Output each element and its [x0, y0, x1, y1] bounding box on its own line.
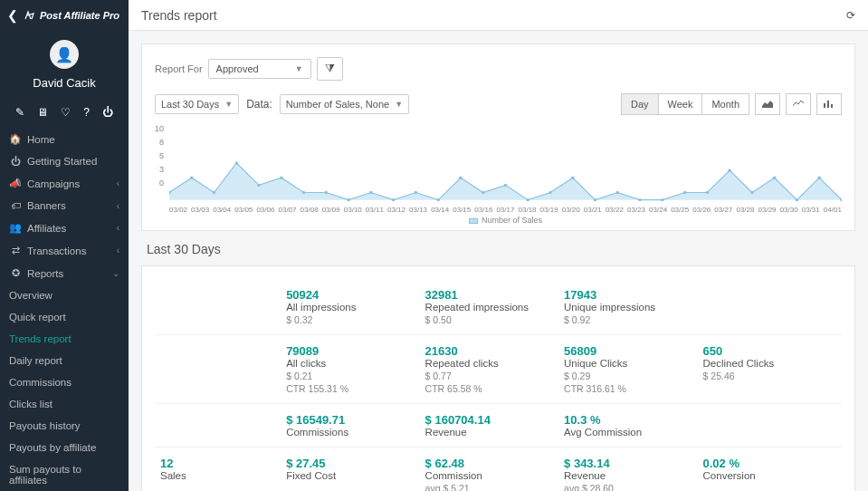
metric-label: All clicks	[286, 358, 415, 369]
metric-value: 10.3 %	[564, 413, 693, 427]
nav-item-transactions[interactable]: ⇄Transactions‹	[0, 239, 129, 262]
nav-item-campaigns[interactable]: 📣Campaigns‹	[0, 172, 129, 195]
main: Trends report ⟳ Report For Approved ▼ ⧩	[129, 0, 868, 491]
svg-point-22	[594, 198, 596, 201]
metric-sub: avg $ 5.21	[425, 483, 555, 491]
back-icon[interactable]: ❮	[7, 8, 18, 23]
svg-point-16	[459, 177, 462, 179]
help-icon[interactable]: ?	[83, 106, 90, 119]
x-tick: 03/29	[758, 206, 777, 214]
subnav-item-clicks-list[interactable]: Clicks list	[0, 393, 129, 415]
nav-item-affiliates[interactable]: 👥Affiliates‹	[0, 217, 129, 239]
y-tick: 10	[155, 124, 164, 133]
svg-point-8	[280, 177, 282, 179]
metric-sub: $ 0.77	[425, 371, 555, 381]
metric-cell: $ 16549.71Commissions	[286, 404, 424, 447]
report-for-select[interactable]: Approved ▼	[208, 59, 311, 79]
page-title: Trends report	[141, 8, 217, 23]
svg-point-31	[796, 198, 798, 201]
metric-value: $ 62.48	[425, 457, 555, 470]
x-tick: 03/03	[191, 206, 209, 214]
filter-button[interactable]: ⧩	[317, 57, 343, 81]
metric-value: 56809	[564, 344, 693, 358]
chart-panel: Report For Approved ▼ ⧩ Last 30 Days ▼	[141, 43, 855, 231]
metric-label: Revenue	[425, 427, 555, 438]
subnav-item-payouts-history[interactable]: Payouts history	[0, 415, 129, 437]
y-tick: 3	[159, 165, 164, 174]
nav-label: Getting Started	[27, 156, 97, 167]
x-tick: 03/31	[802, 206, 820, 214]
refresh-icon[interactable]: ⟳	[846, 9, 855, 22]
funnel-icon: ⧩	[325, 62, 335, 75]
segment-month[interactable]: Month	[702, 93, 749, 115]
edit-icon[interactable]: ✎	[15, 106, 24, 119]
affiliates-icon: 👥	[9, 222, 22, 234]
svg-point-30	[773, 177, 776, 179]
subnav-item-overview[interactable]: Overview	[0, 284, 129, 306]
metric-sub: $ 0.50	[425, 314, 555, 325]
subnav-item-daily-report[interactable]: Daily report	[0, 350, 129, 371]
content: Report For Approved ▼ ⧩ Last 30 Days ▼	[129, 31, 868, 491]
x-tick: 03/18	[519, 206, 537, 214]
x-tick: 03/24	[649, 206, 667, 214]
data-select[interactable]: Number of Sales, None ▼	[280, 94, 409, 114]
line-chart-icon[interactable]	[786, 93, 811, 115]
metric-sub: $ 25.46	[703, 371, 833, 381]
legend-label: Number of Sales	[482, 216, 542, 225]
subnav-item-payouts-by-affiliate[interactable]: Payouts by affiliate	[0, 437, 129, 458]
reports-icon: ✪	[9, 267, 22, 279]
svg-point-26	[683, 191, 686, 194]
nav-item-home[interactable]: 🏠Home	[0, 128, 129, 150]
x-tick: 03/17	[496, 206, 514, 214]
svg-point-10	[325, 191, 328, 194]
nav-item-banners[interactable]: 🏷Banners‹	[0, 195, 129, 217]
metric-cell: $ 27.45Fixed Cost	[286, 448, 424, 491]
svg-point-5	[213, 191, 215, 194]
x-tick: 03/16	[474, 206, 492, 214]
chevron-left-icon: ‹	[117, 201, 119, 211]
range-select[interactable]: Last 30 Days ▼	[155, 94, 239, 114]
subnav-item-trends-report[interactable]: Trends report	[0, 328, 129, 350]
metric-value: $ 27.45	[286, 457, 415, 470]
x-tick: 03/12	[387, 206, 405, 214]
svg-point-7	[257, 184, 260, 187]
y-tick: 5	[159, 151, 164, 160]
subnav-item-quick-report[interactable]: Quick report	[0, 306, 129, 328]
nav-item-reports[interactable]: ✪Reports⌄	[0, 262, 129, 284]
bar-chart-icon[interactable]	[816, 93, 842, 115]
area-chart-icon[interactable]	[755, 93, 780, 115]
metric-cell: 56809Unique Clicks$ 0.29CTR 316.61 %	[564, 335, 702, 403]
metric-value: 32981	[425, 288, 555, 302]
x-tick: 03/11	[366, 206, 384, 214]
metric-label: Unique Clicks	[564, 358, 693, 369]
chart-controls: Last 30 Days ▼ Data: Number of Sales, No…	[155, 93, 842, 115]
nav: 🏠Home⏻Getting Started📣Campaigns‹🏷Banners…	[0, 128, 129, 491]
start-icon: ⏻	[9, 156, 22, 167]
metric-value: 12	[160, 457, 277, 470]
heart-icon[interactable]: ♡	[61, 106, 71, 119]
metric-cell: 21630Repeated clicks$ 0.77CTR 65.58 %	[425, 335, 564, 403]
transactions-icon: ⇄	[9, 245, 22, 256]
report-for-value: Approved	[216, 63, 259, 74]
metric-value: $ 343.14	[564, 457, 693, 470]
subnav-item-commissions[interactable]: Commissions	[0, 371, 129, 393]
svg-point-4	[190, 177, 193, 179]
avatar[interactable]: 👤	[50, 40, 79, 69]
username: David Cacik	[33, 76, 95, 90]
metric-row: $ 16549.71Commissions$ 160704.14Revenue1…	[155, 403, 842, 447]
nav-item-getting-started[interactable]: ⏻Getting Started	[0, 150, 129, 172]
svg-point-12	[369, 191, 372, 194]
desktop-icon[interactable]: 🖥	[37, 106, 48, 119]
subnav-item-sum-payouts-to-affiliates[interactable]: Sum payouts to affiliates	[0, 458, 129, 491]
segment-day[interactable]: Day	[621, 93, 659, 115]
segment-week[interactable]: Week	[659, 93, 703, 115]
nav-label: Banners	[27, 200, 66, 211]
x-tick: 03/23	[627, 206, 645, 214]
brand-logo[interactable]: Post Affiliate Pro	[24, 9, 119, 22]
x-tick: 03/19	[540, 206, 558, 214]
metric-label: Commissions	[286, 427, 415, 438]
nav-label: Affiliates	[27, 223, 66, 234]
power-icon[interactable]: ⏻	[102, 106, 113, 119]
metric-cell: 50924All impressions$ 0.32	[286, 279, 424, 334]
svg-rect-2	[831, 104, 833, 108]
